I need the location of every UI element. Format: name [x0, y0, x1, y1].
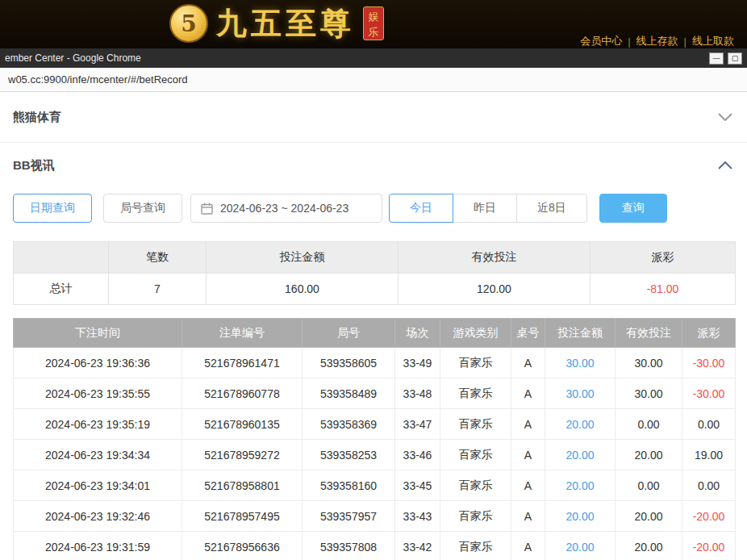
summary-total-label: 总计: [14, 274, 109, 305]
cell-amount[interactable]: 20.00: [545, 501, 616, 532]
table-row: 2024-06-23 19:35:55521678960778539358489…: [14, 378, 736, 409]
cell-amount[interactable]: 20.00: [545, 470, 616, 501]
cell-session: 33-47: [395, 409, 440, 440]
nav-online-withdraw[interactable]: 线上取款: [692, 34, 734, 48]
cell-round: 539358160: [303, 470, 395, 501]
date-range-input[interactable]: 2024-06-23 ~ 2024-06-23: [190, 194, 382, 223]
yesterday-button[interactable]: 昨日: [453, 194, 517, 223]
cell-round: 539358253: [303, 440, 395, 470]
cell-round: 539357808: [303, 532, 395, 560]
site-banner: 5 九五至尊 娱乐 会员中心 | 线上存款 | 线上取款: [0, 0, 747, 48]
last8days-button[interactable]: 近8日: [516, 194, 587, 223]
cell-amount[interactable]: 30.00: [545, 348, 616, 378]
bet-record-table: 下注时间 注单编号 局号 场次 游戏类别 桌号 投注金额 有效投注 派彩 202…: [13, 318, 736, 560]
summary-payout: -81.00: [591, 274, 736, 305]
cell-time: 2024-06-23 19:35:19: [14, 409, 182, 440]
filter-toolbar: 日期查询 局号查询 2024-06-23 ~ 2024-06-23 今日 昨日 …: [13, 193, 734, 224]
cell-game: 百家乐: [440, 501, 511, 532]
cell-game: 百家乐: [440, 409, 511, 440]
cell-table_no: A: [511, 501, 545, 532]
cell-payout: -20.00: [682, 501, 736, 532]
cell-valid: 20.00: [616, 532, 682, 560]
url-text[interactable]: w05.cc:9900/infe/mcenter/#/betRecord: [8, 73, 188, 86]
site-logo-text: 九五至尊: [216, 4, 355, 43]
chevron-down-icon[interactable]: [718, 113, 732, 121]
cell-bet_id: 521678960135: [182, 409, 303, 440]
summary-header-count: 笔数: [109, 242, 207, 274]
section-title: BB视讯: [13, 158, 55, 173]
summary-count: 7: [109, 274, 207, 305]
cell-bet_id: 521678960778: [182, 378, 303, 409]
summary-bet-amount: 160.00: [207, 274, 399, 305]
cell-game: 百家乐: [440, 378, 511, 409]
window-titlebar[interactable]: ember Center - Google Chrome — ▢: [0, 48, 747, 68]
cell-valid: 0.00: [616, 470, 682, 501]
table-row: 2024-06-23 19:34:01521678958801539358160…: [14, 470, 736, 501]
summary-header-bet-amount: 投注金额: [207, 242, 399, 274]
cell-round: 539358489: [303, 378, 395, 409]
cell-game: 百家乐: [440, 470, 511, 501]
cell-payout: 0.00: [682, 470, 736, 501]
maximize-button[interactable]: ▢: [728, 52, 742, 65]
coin-number: 5: [181, 10, 196, 37]
table-row: 2024-06-23 19:31:59521678956636539357808…: [14, 532, 736, 560]
cell-session: 33-49: [395, 348, 440, 378]
cell-session: 33-43: [395, 501, 440, 532]
chevron-up-icon[interactable]: [718, 161, 732, 169]
cell-payout: -20.00: [682, 532, 736, 560]
calendar-icon: [201, 203, 213, 215]
cell-game: 百家乐: [440, 440, 511, 470]
cell-session: 33-46: [395, 440, 440, 470]
cell-bet_id: 521678958801: [182, 470, 303, 501]
cell-amount[interactable]: 30.00: [545, 378, 616, 409]
cell-amount[interactable]: 20.00: [545, 532, 616, 560]
cell-time: 2024-06-23 19:31:59: [14, 532, 182, 560]
col-bet-amount: 投注金额: [545, 319, 616, 348]
cell-time: 2024-06-23 19:34:01: [14, 470, 182, 501]
search-button[interactable]: 查询: [599, 194, 667, 223]
cell-table_no: A: [511, 348, 545, 378]
cell-table_no: A: [511, 378, 545, 409]
cell-payout: -30.00: [682, 348, 736, 378]
cell-game: 百家乐: [440, 532, 511, 560]
url-bar[interactable]: w05.cc:9900/infe/mcenter/#/betRecord: [0, 68, 747, 92]
bet-table-body: 2024-06-23 19:36:36521678961471539358605…: [14, 348, 736, 560]
cell-table_no: A: [511, 470, 545, 501]
section-panda-sports[interactable]: 熊猫体育: [0, 92, 747, 143]
today-button[interactable]: 今日: [389, 194, 453, 223]
cell-time: 2024-06-23 19:34:34: [14, 440, 182, 470]
date-range-value: 2024-06-23 ~ 2024-06-23: [220, 202, 348, 215]
cell-bet_id: 521678957495: [182, 501, 303, 532]
nav-online-deposit[interactable]: 线上存款: [636, 34, 678, 48]
cell-amount[interactable]: 20.00: [545, 409, 616, 440]
section-title: 熊猫体育: [13, 110, 61, 125]
cell-amount[interactable]: 20.00: [545, 440, 616, 470]
summary-table: 笔数 投注金额 有效投注 派彩 总计 7 160.00 120.00 -81.0…: [13, 241, 736, 305]
cell-valid: 20.00: [616, 501, 682, 532]
table-row: 2024-06-23 19:32:46521678957495539357957…: [14, 501, 736, 532]
col-bet-time: 下注时间: [14, 319, 182, 348]
summary-valid-bet: 120.00: [399, 274, 591, 305]
window-title: ember Center - Google Chrome: [5, 52, 141, 64]
minimize-button[interactable]: —: [709, 52, 724, 65]
nav-member-center[interactable]: 会员中心: [580, 34, 622, 48]
site-logo: 5 九五至尊 娱乐: [169, 4, 384, 43]
banner-nav: 会员中心 | 线上存款 | 线上取款: [580, 34, 734, 48]
cell-valid: 0.00: [616, 409, 682, 440]
coin-logo-icon: 5: [169, 4, 208, 43]
summary-total-row: 总计 7 160.00 120.00 -81.00: [14, 274, 736, 305]
section-bb-video[interactable]: BB视讯: [0, 143, 747, 188]
summary-header-valid-bet: 有效投注: [399, 242, 591, 274]
entertainment-badge: 娱乐: [363, 6, 384, 40]
col-table-no: 桌号: [511, 319, 545, 348]
cell-valid: 30.00: [616, 348, 682, 378]
cell-session: 33-42: [395, 532, 440, 560]
round-query-button[interactable]: 局号查询: [103, 194, 182, 223]
bet-table-header-row: 下注时间 注单编号 局号 场次 游戏类别 桌号 投注金额 有效投注 派彩: [14, 319, 736, 348]
cell-bet_id: 521678959272: [182, 440, 303, 470]
cell-payout: 19.00: [682, 440, 736, 470]
date-query-button[interactable]: 日期查询: [13, 194, 92, 223]
cell-round: 539357957: [303, 501, 395, 532]
col-payout: 派彩: [682, 319, 736, 348]
cell-time: 2024-06-23 19:35:55: [14, 378, 182, 409]
